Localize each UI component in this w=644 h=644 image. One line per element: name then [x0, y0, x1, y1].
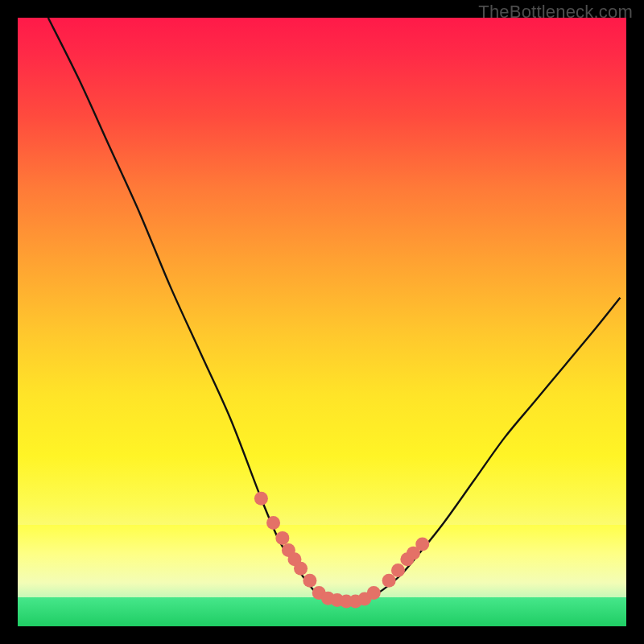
bottleneck-curve	[48, 18, 621, 601]
bottleneck-curve-path	[48, 18, 621, 601]
curve-marker	[254, 492, 268, 506]
curve-marker	[303, 574, 316, 588]
watermark-text: TheBottleneck.com	[478, 2, 633, 23]
curve-marker	[382, 574, 396, 588]
curve-layer-svg	[18, 18, 626, 626]
curve-marker	[415, 537, 429, 551]
curve-marker	[275, 531, 289, 545]
curve-marker	[266, 516, 280, 530]
plot-area	[18, 18, 626, 626]
chart-frame: TheBottleneck.com	[0, 0, 644, 644]
curve-marker	[367, 586, 381, 600]
curve-marker	[294, 562, 308, 576]
curve-marker	[391, 564, 405, 577]
highlighted-points	[254, 492, 429, 609]
